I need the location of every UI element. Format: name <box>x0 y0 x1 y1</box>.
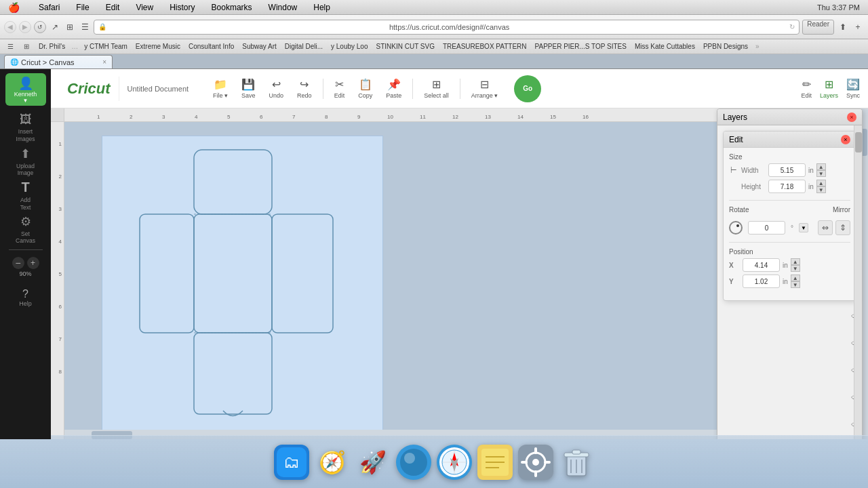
undo-tool[interactable]: ↩ Undo <box>264 76 290 101</box>
bookmark-ppbn[interactable]: PPBN Designs <box>701 42 750 51</box>
menu-file[interactable]: File <box>73 2 92 13</box>
menu-safari[interactable]: Safari <box>36 2 62 13</box>
profile-arrow: ▼ <box>23 98 28 104</box>
bookmark-ctmh[interactable]: y CTMH Team <box>82 42 130 51</box>
height-stepper[interactable]: ▲ ▼ <box>816 180 826 193</box>
menu-help[interactable]: Help <box>311 2 333 13</box>
sidebar-set-canvas[interactable]: ⚙ SetCanvas <box>5 213 46 245</box>
zoom-in-button[interactable]: + <box>27 257 39 269</box>
x-step-up[interactable]: ▲ <box>791 258 800 265</box>
menu-window[interactable]: Window <box>266 2 300 13</box>
y-stepper[interactable]: ▲ ▼ <box>791 274 800 288</box>
x-stepper[interactable]: ▲ ▼ <box>791 258 800 272</box>
share-icon2[interactable]: ⬆ <box>837 21 849 33</box>
select-all-tool[interactable]: ⊞ Select all <box>418 76 454 101</box>
bookmark-louby[interactable]: y Louby Loo <box>329 42 370 51</box>
bookmark-consultant[interactable]: Consultant Info <box>186 42 236 51</box>
ruler-left-8: 8 <box>59 369 62 375</box>
edit-panel-close-button[interactable]: × <box>841 135 850 144</box>
layers-close-button[interactable]: × <box>847 113 856 122</box>
right-edit-button[interactable]: ✏ Edit <box>801 78 812 99</box>
dock-safari[interactable] <box>437 445 472 480</box>
right-sync-label: Sync <box>846 92 860 99</box>
copy-tool[interactable]: 📋 Copy <box>353 76 378 101</box>
menu-bookmarks[interactable]: Bookmarks <box>209 2 255 13</box>
reader-button[interactable]: Reader <box>802 20 834 35</box>
bookmark-extreme[interactable]: Extreme Music <box>134 42 182 51</box>
tab-close-icon[interactable]: × <box>102 58 106 66</box>
dock-system-prefs[interactable] <box>518 445 553 480</box>
width-step-down[interactable]: ▼ <box>816 170 826 177</box>
ruler-mark-1: 1 <box>97 114 100 120</box>
height-step-up[interactable]: ▲ <box>816 180 826 186</box>
dock-stickies[interactable] <box>477 445 513 480</box>
bookmark-treasurebox[interactable]: TREASUREBOX PATTERN <box>441 42 529 51</box>
mirror-vertical-button[interactable]: ⇕ <box>835 220 850 235</box>
dock-rocket[interactable]: 🚀 <box>355 445 391 480</box>
layers-scroll-thumb[interactable] <box>855 132 862 152</box>
file-tool[interactable]: 📁 File ▾ <box>208 76 233 101</box>
paste-label: Paste <box>386 92 401 99</box>
rotate-indicator[interactable] <box>729 221 743 235</box>
bookmark-drphil[interactable]: Dr. Phil's <box>37 42 67 51</box>
rotate-input[interactable]: 0 <box>748 221 785 235</box>
width-stepper[interactable]: ▲ ▼ <box>816 163 826 177</box>
dock-finder[interactable]: 🗂 <box>274 445 309 480</box>
height-input[interactable]: 7.18 <box>768 180 806 193</box>
help-button[interactable]: ? Help <box>5 284 46 311</box>
refresh-button[interactable]: ↺ <box>34 21 46 33</box>
height-step-down[interactable]: ▼ <box>816 186 826 193</box>
menu-edit[interactable]: Edit <box>103 2 123 13</box>
right-sync-button[interactable]: 🔄 Sync <box>846 78 860 99</box>
zoom-out-button[interactable]: − <box>12 257 24 269</box>
sidebar-upload-label: UploadImage <box>16 163 35 176</box>
redo-icon: ↪ <box>300 78 309 91</box>
arrange-tool[interactable]: ⊟ Arrange ▾ <box>466 76 504 101</box>
dock-compass[interactable]: 🧭 <box>315 445 350 480</box>
section-divider-1 <box>729 200 850 201</box>
address-bar[interactable]: 🔒 https://us.cricut.com/design#/canvas ↻ <box>94 20 800 35</box>
layers-scrollbar[interactable] <box>854 125 862 439</box>
x-input[interactable]: 4.14 <box>743 258 780 272</box>
ruler-left: 1 2 3 4 5 6 7 8 <box>51 122 64 439</box>
bookmark-papper[interactable]: PAPPER PIER...S TOP SITES <box>533 42 629 51</box>
dock-mercury[interactable] <box>396 445 431 480</box>
lock-icon[interactable]: ⊢ <box>729 165 738 175</box>
y-step-down[interactable]: ▼ <box>791 281 800 288</box>
sidebar-insert-images[interactable]: 🖼 InsertImages <box>5 111 46 144</box>
save-tool[interactable]: 💾 Save <box>236 76 261 101</box>
rotate-stepper[interactable]: ▼ <box>799 223 808 232</box>
apple-menu[interactable]: 🍎 <box>5 1 22 14</box>
bookmark-stinkin[interactable]: STINKIN CUT SVG <box>374 42 437 51</box>
paste-tool[interactable]: 📌 Paste <box>380 76 407 101</box>
forward-button[interactable]: ▶ <box>19 21 31 33</box>
active-tab[interactable]: 🌐 Cricut > Canvas × <box>4 55 113 68</box>
share-icon[interactable]: ↗ <box>49 21 61 33</box>
menu-view[interactable]: View <box>133 2 156 13</box>
bookmark-digital[interactable]: Digital Deli... <box>283 42 325 51</box>
right-layers-button[interactable]: ⊞ Layers <box>820 78 838 99</box>
top-sites-icon[interactable]: ⊞ <box>20 41 33 53</box>
add-tab-icon[interactable]: ⊞ <box>64 21 76 33</box>
mirror-horizontal-button[interactable]: ⇔ <box>818 220 833 235</box>
y-step-up[interactable]: ▲ <box>791 274 800 281</box>
canvas-page[interactable] <box>102 136 383 439</box>
sidebar-upload-image[interactable]: ⬆ UploadImage <box>5 145 46 178</box>
bookmarks-sidebar-icon[interactable]: ☰ <box>4 41 16 53</box>
sidebar-toggle-icon[interactable]: ☰ <box>79 21 91 33</box>
width-step-up[interactable]: ▲ <box>816 163 826 170</box>
width-input[interactable]: 5.15 <box>768 163 806 177</box>
profile-button[interactable]: 👤 Kenneth ▼ <box>5 73 46 106</box>
redo-tool[interactable]: ↪ Redo <box>292 76 317 101</box>
y-input[interactable]: 1.02 <box>743 274 780 288</box>
back-button[interactable]: ◀ <box>4 21 16 33</box>
bookmark-misekate[interactable]: Miss Kate Cuttables <box>633 42 697 51</box>
menu-history[interactable]: History <box>167 2 197 13</box>
go-button[interactable]: Go <box>514 75 541 102</box>
add-bookmark-icon[interactable]: + <box>852 21 864 33</box>
bookmark-subway[interactable]: Subway Art <box>240 42 279 51</box>
edit-tool[interactable]: ✂ Edit <box>329 76 351 101</box>
sidebar-add-text[interactable]: T AddText <box>5 179 46 211</box>
dock-trash[interactable] <box>559 445 594 480</box>
x-step-down[interactable]: ▼ <box>791 265 800 272</box>
